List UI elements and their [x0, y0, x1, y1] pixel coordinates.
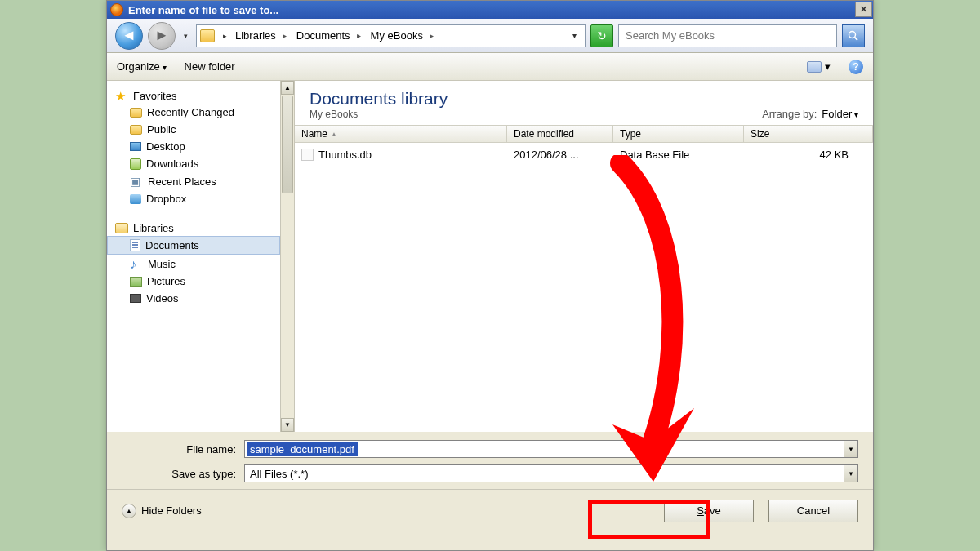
sidebar-favorites-header[interactable]: ★Favorites — [107, 87, 280, 104]
annotation-highlight — [588, 500, 710, 539]
file-name-label: File name: — [122, 443, 244, 455]
library-title: Documents library — [310, 89, 448, 109]
sidebar-scrollbar[interactable]: ▲ ▼ — [280, 81, 294, 432]
scroll-down-button[interactable]: ▼ — [281, 418, 294, 432]
sidebar-item-music[interactable]: ♪Music — [107, 255, 280, 273]
sidebar-item-pictures[interactable]: Pictures — [107, 273, 280, 290]
form-area: File name: sample_document.pdf ▼ Save as… — [107, 432, 873, 482]
pictures-icon — [130, 277, 142, 287]
footer: ▲ Hide Folders Save Cancel — [107, 489, 873, 531]
sidebar-item-recent-places[interactable]: ▣Recent Places — [107, 172, 280, 190]
breadcrumb-documents[interactable]: Documents — [292, 29, 366, 42]
refresh-button[interactable]: ↻ — [590, 24, 613, 47]
help-button[interactable]: ? — [849, 60, 863, 74]
music-icon: ♪ — [130, 257, 143, 270]
sidebar-libraries-header[interactable]: Libraries — [107, 220, 280, 236]
organize-menu[interactable]: Organize — [117, 60, 167, 73]
save-type-select[interactable]: All Files (*.*) ▼ — [244, 464, 858, 482]
breadcrumb-root-chevron[interactable]: ▸ — [220, 32, 230, 40]
file-icon — [301, 149, 314, 161]
sidebar-item-desktop[interactable]: Desktop — [107, 138, 280, 155]
save-dialog: Enter name of file to save to... ✕ ◄ ► ▾… — [106, 0, 874, 551]
navbar: ◄ ► ▾ ▸ Libraries Documents My eBooks ▾ … — [107, 19, 873, 53]
sidebar-item-downloads[interactable]: Downloads — [107, 155, 280, 172]
file-list: Thumbs.db 2012/06/28 ... Data Base File … — [295, 143, 873, 432]
videos-icon — [130, 294, 141, 303]
titlebar: Enter name of file to save to... ✕ — [107, 1, 873, 19]
nav-back-button[interactable]: ◄ — [115, 22, 143, 50]
folder-icon — [130, 125, 142, 135]
column-date[interactable]: Date modified — [507, 126, 613, 142]
firefox-icon — [110, 3, 123, 16]
view-icon — [807, 61, 822, 73]
sidebar-item-videos[interactable]: Videos — [107, 290, 280, 307]
window-title: Enter name of file to save to... — [128, 4, 855, 16]
sidebar: ★Favorites Recently Changed Public Deskt… — [107, 81, 280, 432]
column-name[interactable]: Name▲ — [295, 126, 507, 142]
view-menu[interactable]: ▾ — [807, 60, 831, 73]
places-icon: ▣ — [130, 175, 143, 188]
nav-history-dropdown[interactable]: ▾ — [180, 32, 191, 40]
column-size[interactable]: Size — [744, 126, 873, 142]
sidebar-item-dropbox[interactable]: Dropbox — [107, 190, 280, 207]
folder-icon — [130, 108, 142, 118]
breadcrumb-my-ebooks[interactable]: My eBooks — [366, 29, 439, 42]
body-area: ★Favorites Recently Changed Public Deskt… — [107, 81, 873, 432]
svg-point-0 — [849, 31, 856, 38]
sidebar-item-recent[interactable]: Recently Changed — [107, 104, 280, 121]
libraries-icon — [115, 223, 128, 233]
breadcrumb-dropdown[interactable]: ▾ — [572, 31, 577, 40]
scroll-up-button[interactable]: ▲ — [281, 81, 294, 95]
document-icon — [130, 239, 140, 251]
close-button[interactable]: ✕ — [855, 2, 872, 17]
save-type-dropdown[interactable]: ▼ — [844, 465, 858, 482]
sidebar-item-public[interactable]: Public — [107, 121, 280, 138]
arrange-by-dropdown[interactable]: Folder — [822, 108, 858, 120]
search-input[interactable]: Search My eBooks — [618, 24, 837, 47]
file-name-dropdown[interactable]: ▼ — [844, 441, 858, 457]
star-icon: ★ — [115, 89, 128, 102]
column-headers: Name▲ Date modified Type Size — [295, 125, 873, 143]
new-folder-button[interactable]: New folder — [185, 60, 235, 73]
toolbar: Organize New folder ▾ ? — [107, 53, 873, 81]
desktop-icon — [130, 142, 141, 151]
save-type-label: Save as type: — [122, 468, 244, 480]
library-subtitle: My eBooks — [310, 109, 448, 120]
hide-folders-button[interactable]: ▲ Hide Folders — [122, 504, 202, 518]
breadcrumb[interactable]: ▸ Libraries Documents My eBooks ▾ — [196, 24, 586, 47]
dropbox-icon — [130, 194, 141, 204]
breadcrumb-libraries[interactable]: Libraries — [230, 29, 292, 42]
sort-asc-icon: ▲ — [331, 131, 337, 138]
downloads-icon — [130, 158, 141, 170]
sidebar-item-documents[interactable]: Documents — [107, 236, 280, 255]
file-pane: Documents library My eBooks Arrange by: … — [295, 81, 873, 432]
chevron-up-icon: ▲ — [122, 504, 136, 518]
column-type[interactable]: Type — [613, 126, 744, 142]
nav-forward-button[interactable]: ► — [148, 22, 176, 50]
file-name-input[interactable]: sample_document.pdf ▼ — [244, 440, 858, 458]
arrange-by-label: Arrange by: — [762, 108, 817, 120]
file-row[interactable]: Thumbs.db 2012/06/28 ... Data Base File … — [295, 146, 873, 163]
cancel-button[interactable]: Cancel — [768, 500, 858, 522]
folder-icon — [200, 29, 215, 42]
scroll-thumb[interactable] — [282, 96, 293, 193]
search-button[interactable] — [842, 24, 865, 47]
svg-line-1 — [855, 37, 858, 40]
